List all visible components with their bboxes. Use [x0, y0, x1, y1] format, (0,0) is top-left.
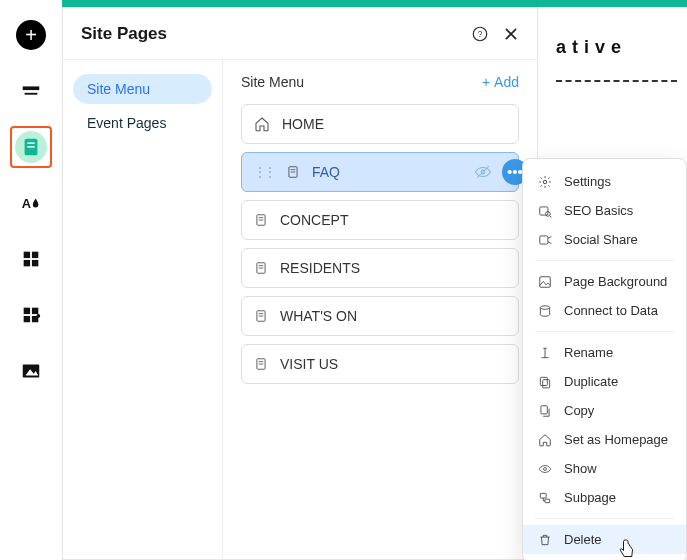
social-icon	[537, 233, 553, 247]
page-item-label: FAQ	[312, 164, 340, 180]
svg-rect-10	[24, 308, 30, 314]
page-context-menu: Settings SEO Basics Social Share Page Ba…	[522, 158, 687, 560]
page-item-label: VISIT US	[280, 356, 338, 372]
svg-text:A: A	[22, 196, 31, 211]
menu-connect-data[interactable]: Connect to Data	[523, 296, 686, 325]
rail-item-addons[interactable]	[10, 294, 52, 336]
svg-rect-43	[541, 405, 547, 413]
menu-background[interactable]: Page Background	[523, 267, 686, 296]
menu-subpage[interactable]: Subpage	[523, 483, 686, 512]
svg-rect-6	[24, 252, 30, 258]
svg-rect-9	[32, 260, 38, 266]
plus-icon: +	[482, 74, 490, 90]
menu-item-label: SEO Basics	[564, 203, 633, 218]
svg-rect-42	[543, 379, 550, 387]
rail-item-background[interactable]	[10, 70, 52, 112]
menu-show[interactable]: Show	[523, 454, 686, 483]
menu-item-label: Duplicate	[564, 374, 618, 389]
plus-icon: +	[16, 20, 46, 50]
menu-delete[interactable]: Delete	[523, 525, 686, 554]
nav-site-menu[interactable]: Site Menu	[73, 74, 212, 104]
menu-rename[interactable]: Rename	[523, 338, 686, 367]
menu-item-label: Page Background	[564, 274, 667, 289]
svg-point-40	[540, 305, 549, 309]
duplicate-icon	[537, 375, 553, 389]
rail-item-pages[interactable]	[10, 126, 52, 168]
panel-nav: Site Menu Event Pages	[63, 60, 223, 559]
page-item-label: HOME	[282, 116, 324, 132]
menu-item-label: Social Share	[564, 232, 638, 247]
page-item-home[interactable]: HOME	[241, 104, 519, 144]
visibility-icon[interactable]	[474, 163, 492, 181]
page-item-concept[interactable]: CONCEPT	[241, 200, 519, 240]
svg-rect-11	[32, 308, 38, 314]
menu-copy[interactable]: Copy	[523, 396, 686, 425]
pages-group-label: Site Menu	[241, 74, 304, 90]
page-item-whatson[interactable]: WHAT'S ON	[241, 296, 519, 336]
grid-icon	[20, 248, 42, 270]
menu-settings[interactable]: Settings	[523, 167, 686, 196]
svg-rect-8	[24, 260, 30, 266]
menu-item-label: Show	[564, 461, 597, 476]
gear-icon	[537, 175, 553, 189]
rail-item-theme[interactable]: A	[10, 182, 52, 224]
site-pages-panel: Site Pages ? Site Menu Event Pages Site …	[62, 7, 538, 560]
font-drop-icon: A	[20, 192, 42, 214]
page-icon	[20, 136, 42, 158]
menu-separator	[535, 260, 674, 261]
page-icon	[254, 356, 268, 372]
menu-item-label: Delete	[564, 532, 602, 547]
svg-rect-35	[540, 206, 548, 214]
menu-seo[interactable]: SEO Basics	[523, 196, 686, 225]
page-item-label: RESIDENTS	[280, 260, 360, 276]
add-page-link[interactable]: + Add	[482, 74, 519, 90]
page-item-faq[interactable]: ⋮⋮ FAQ •••	[241, 152, 519, 192]
home-icon	[254, 116, 270, 132]
seo-icon	[537, 204, 553, 218]
top-accent-bar	[62, 0, 687, 7]
drag-handle-icon[interactable]: ⋮⋮	[254, 165, 274, 179]
svg-rect-39	[540, 276, 551, 287]
panel-header: Site Pages ?	[63, 8, 537, 60]
menu-item-label: Set as Homepage	[564, 432, 668, 447]
page-item-label: CONCEPT	[280, 212, 348, 228]
canvas-divider	[556, 80, 677, 82]
data-icon	[537, 304, 553, 318]
menu-social[interactable]: Social Share	[523, 225, 686, 254]
page-icon	[254, 260, 268, 276]
menu-separator	[535, 518, 674, 519]
subpage-icon	[537, 491, 553, 505]
svg-rect-38	[540, 235, 548, 243]
svg-text:?: ?	[478, 30, 483, 39]
svg-rect-0	[23, 86, 40, 90]
eye-icon	[537, 462, 553, 476]
menu-item-label: Settings	[564, 174, 611, 189]
svg-rect-1	[25, 93, 38, 95]
menu-set-homepage[interactable]: Set as Homepage	[523, 425, 686, 454]
svg-rect-7	[32, 252, 38, 258]
help-icon[interactable]: ?	[471, 25, 489, 43]
close-icon[interactable]	[503, 26, 519, 42]
page-icon	[254, 308, 268, 324]
page-item-label: WHAT'S ON	[280, 308, 357, 324]
background-icon	[537, 275, 553, 289]
rename-icon	[537, 346, 553, 360]
svg-line-37	[550, 215, 552, 217]
rail-item-apps[interactable]	[10, 238, 52, 280]
rail-item-media[interactable]	[10, 350, 52, 392]
svg-rect-4	[27, 146, 34, 147]
nav-event-pages[interactable]: Event Pages	[73, 108, 212, 138]
layers-icon	[20, 80, 42, 102]
page-icon	[254, 212, 268, 228]
page-item-visitus[interactable]: VISIT US	[241, 344, 519, 384]
svg-rect-3	[27, 142, 34, 143]
menu-duplicate[interactable]: Duplicate	[523, 367, 686, 396]
svg-point-34	[543, 180, 547, 184]
add-button[interactable]: +	[10, 14, 52, 56]
image-icon	[20, 360, 42, 382]
home-icon	[537, 433, 553, 447]
svg-rect-46	[545, 499, 550, 503]
pages-column: Site Menu + Add HOME ⋮⋮ FAQ	[223, 60, 537, 559]
page-icon	[286, 164, 300, 180]
page-item-residents[interactable]: RESIDENTS	[241, 248, 519, 288]
